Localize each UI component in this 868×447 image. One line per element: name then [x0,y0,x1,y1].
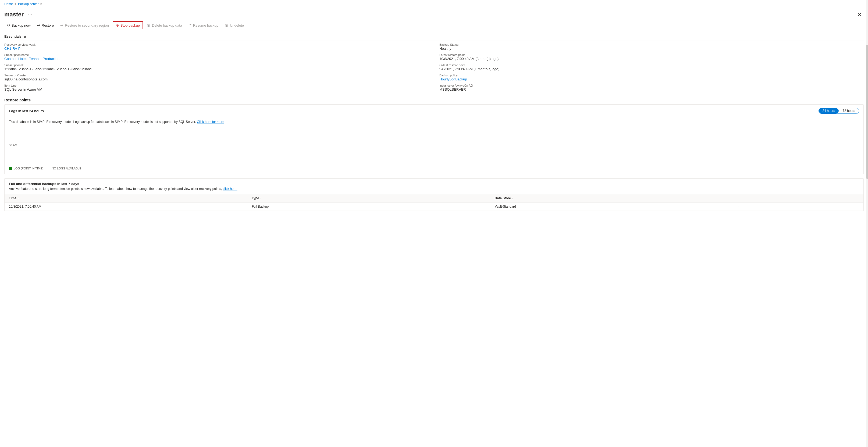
main-content: Essentials ∧ Recovery services vaultCH1-… [0,31,868,215]
restore-button[interactable]: ↩ Restore [34,22,57,29]
field-label: Latest restore point [439,53,864,57]
stop-backup-button[interactable]: ⊘ Stop backup [113,21,143,29]
col-action [738,196,859,200]
page-header: master ··· ✕ [0,8,868,20]
field-group: Item typeSQL Server in Azure VM [4,84,434,91]
sort-datastore-icon[interactable]: ↕ [512,197,513,200]
cell-action[interactable]: ··· [738,205,859,208]
legend-area: LOG (POINT IN TIME) NO LOGS AVAILABLE [5,164,863,174]
breadcrumb-sep1: > [14,2,17,6]
undelete-icon: 🗑 [225,23,228,27]
field-value: 9/8/2021, 7:00:40 AM (1 month(s) ago) [439,67,864,71]
field-label: Recovery services vault [4,43,434,46]
timeline-label: 30 AM [9,144,17,147]
field-group: Latest restore point10/8/2021, 7:00:40 A… [439,53,864,61]
essentials-section: Essentials ∧ Recovery services vaultCH1-… [4,31,864,91]
logs-link[interactable]: Click here for more [197,120,224,124]
essentials-collapse-icon: ∧ [24,34,26,38]
field-label: Subscription name [4,53,434,57]
essentials-header[interactable]: Essentials ∧ [4,31,864,40]
cell-time: 10/8/2021, 7:00:40 AM [9,205,252,208]
field-group: Server or Clustersql00.na.contosohotels.… [4,74,434,81]
field-group: Backup StatusHealthy [439,43,864,51]
field-value: SQL Server in Azure VM [4,87,434,91]
breadcrumb-home[interactable]: Home [4,2,13,6]
table-header: Time ↕ Type ↕ Data Store ↕ [5,194,863,203]
breadcrumb: Home > Backup center > [0,0,868,8]
archive-link[interactable]: click here. [223,187,238,191]
field-group: Oldest restore point9/8/2021, 7:00:40 AM… [439,63,864,71]
field-group: Backup policyHourlyLogBackup [439,74,864,81]
field-group: Subscription ID123abc-123abc-123abc-123a… [4,63,434,71]
scrollbar-track[interactable] [866,0,868,447]
more-options-button[interactable]: ··· [26,11,34,18]
cell-datastore: Vault-Standard [495,205,738,208]
field-label: Item type [4,84,434,87]
essentials-right: Backup StatusHealthyLatest restore point… [434,43,864,91]
time-72h-button[interactable]: 72 hours [839,108,859,114]
legend-no-logs: NO LOGS AVAILABLE [50,166,81,171]
col-datastore: Data Store ↕ [495,196,738,200]
field-label: Oldest restore point [439,63,864,67]
field-value: sql00.na.contosohotels.com [4,77,434,81]
field-label: Backup policy [439,74,864,77]
restore-points-title: Restore points [4,96,864,105]
field-value[interactable]: HourlyLogBackup [439,77,864,81]
toolbar: ↺ Backup now ↩ Restore ↩ Restore to seco… [0,20,868,31]
scrollbar-thumb[interactable] [866,44,868,179]
logs-panel: Logs in last 24 hours 24 hours 72 hours … [4,105,864,174]
cell-type: Full Backup [252,205,495,208]
delete-backup-button[interactable]: 🗑 Delete backup data [144,22,185,29]
sort-type-icon[interactable]: ↕ [260,197,261,200]
full-backup-section: Full and differential backups in last 7 … [4,178,864,211]
field-group: Instance or AlwaysOn AGMSSQLSERVER [439,84,864,91]
field-value: 123abc-123abc-123abc-123abc-123abc-123ab… [4,67,434,71]
field-group: Recovery services vaultCH1-RV-Pri [4,43,434,51]
time-24h-button[interactable]: 24 hours [819,108,839,114]
resume-backup-icon: ↺ [188,23,192,27]
stop-backup-icon: ⊘ [116,23,119,27]
timeline-line [9,148,859,148]
essentials-title: Essentials [4,34,22,38]
col-type: Type ↕ [252,196,495,200]
field-label: Backup Status [439,43,864,46]
legend-green-dot [9,167,12,170]
restore-secondary-icon: ↩ [60,23,63,27]
full-backup-header: Full and differential backups in last 7 … [5,179,863,194]
undelete-button[interactable]: 🗑 Undelete [222,22,247,29]
field-value[interactable]: Contoso Hotels Tenant - Production [4,57,434,61]
full-backup-title: Full and differential backups in last 7 … [9,182,859,186]
legend-log: LOG (POINT IN TIME) [9,167,43,170]
field-value: MSSQLSERVER [439,87,864,91]
delete-backup-icon: 🗑 [147,23,151,27]
logs-panel-header: Logs in last 24 hours 24 hours 72 hours [5,105,863,117]
field-label: Subscription ID [4,63,434,67]
logs-title: Logs in last 24 hours [9,109,44,113]
resume-backup-button[interactable]: ↺ Resume backup [186,22,221,29]
col-time: Time ↕ [9,196,252,200]
field-value: 10/8/2021, 7:00:40 AM (3 hour(s) ago) [439,57,864,61]
essentials-grid: Recovery services vaultCH1-RV-PriSubscri… [4,40,864,91]
title-area: master ··· [4,11,34,18]
field-value[interactable]: CH1-RV-Pri [4,47,434,51]
time-toggle: 24 hours 72 hours [818,108,859,114]
full-backup-notice: Archive feature to store long term reten… [9,187,859,191]
restore-icon: ↩ [37,23,40,27]
field-label: Server or Cluster [4,74,434,77]
logs-message: This database is in SIMPLE recovery mode… [5,117,863,126]
legend-log-label: LOG (POINT IN TIME) [14,167,43,170]
close-button[interactable]: ✕ [855,10,864,19]
field-label: Instance or AlwaysOn AG [439,84,864,87]
table-row: 10/8/2021, 7:00:40 AM Full Backup Vault-… [5,203,863,211]
backup-now-button[interactable]: ↺ Backup now [4,22,33,29]
restore-points-section: Restore points Logs in last 24 hours 24 … [4,96,864,211]
legend-no-logs-label: NO LOGS AVAILABLE [52,167,81,170]
restore-secondary-button[interactable]: ↩ Restore to secondary region [58,22,111,29]
breadcrumb-backup-center[interactable]: Backup center [18,2,39,6]
logs-chart-area: 30 AM [5,126,863,164]
field-value: Healthy [439,47,864,51]
sort-time-icon[interactable]: ↕ [18,197,19,200]
field-group: Subscription nameContoso Hotels Tenant -… [4,53,434,61]
page-title: master [4,11,24,18]
essentials-left: Recovery services vaultCH1-RV-PriSubscri… [4,43,434,91]
